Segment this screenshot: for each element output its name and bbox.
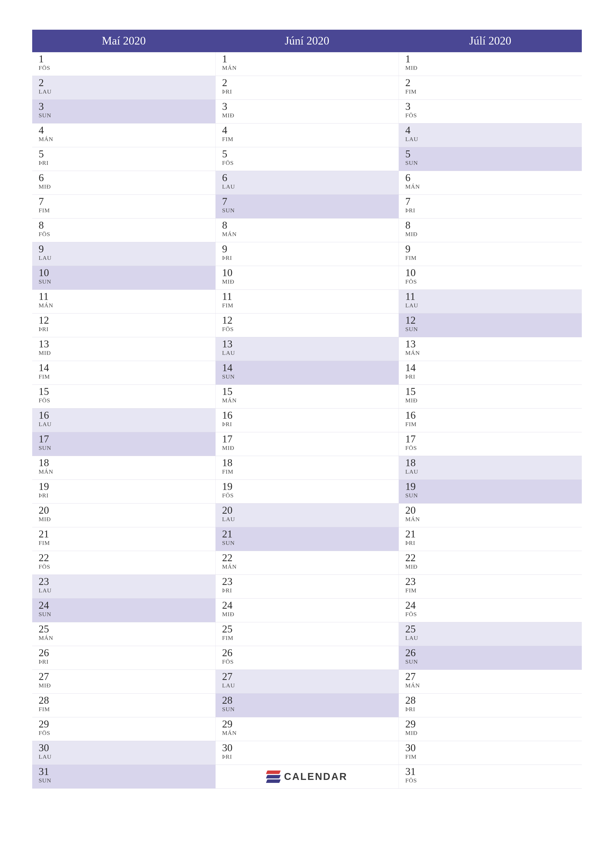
day-cell: 20MÁN [399, 504, 582, 527]
day-number: 2 [405, 78, 582, 88]
day-cell: 2ÞRI [215, 76, 399, 100]
day-number: 14 [39, 363, 215, 373]
day-of-week-label: FIM [405, 88, 582, 95]
day-of-week-label: SUN [405, 659, 582, 665]
days-list: 1MÁN2ÞRI3MIÐ4FIM5FÖS6LAU7SUN8MÁN9ÞRI10MI… [215, 52, 399, 789]
calendar-grid: Maí 20201FÖS2LAU3SUN4MÁN5ÞRI6MIÐ7FIM8FÖS… [32, 30, 582, 789]
day-of-week-label: FÖS [405, 611, 582, 618]
day-of-week-label: MÁN [222, 397, 399, 404]
day-cell: 4LAU [399, 124, 582, 147]
day-cell: 9LAU [32, 242, 215, 266]
day-number: 20 [222, 505, 399, 515]
day-cell: 10FÖS [399, 266, 582, 290]
day-of-week-label: LAU [405, 302, 582, 309]
day-of-week-label: LAU [39, 88, 215, 95]
brand-mark-icon [267, 770, 280, 783]
day-number: 7 [222, 196, 399, 207]
day-of-week-label: ÞRI [222, 88, 399, 95]
day-cell: 23LAU [32, 575, 215, 598]
day-cell: 16FIM [399, 409, 582, 432]
day-of-week-label: MIÐ [39, 682, 215, 689]
day-cell: 4MÁN [32, 124, 215, 147]
day-cell: 26SUN [399, 646, 582, 670]
day-number: 10 [405, 268, 582, 278]
day-cell: 25LAU [399, 622, 582, 646]
day-of-week-label: MÁN [405, 183, 582, 190]
day-number: 6 [39, 172, 215, 183]
day-number: 3 [405, 101, 582, 112]
day-cell: 19ÞRI [32, 480, 215, 504]
day-of-week-label: MÁN [39, 302, 215, 309]
day-number: 19 [405, 481, 582, 491]
day-cell: 29MÁN [215, 717, 399, 741]
day-cell: 14ÞRI [399, 361, 582, 385]
day-of-week-label: LAU [222, 183, 399, 190]
day-number: 11 [39, 291, 215, 302]
day-number: 25 [39, 624, 215, 634]
day-number: 18 [39, 457, 215, 468]
day-number: 20 [39, 505, 215, 515]
day-cell: 30FIM [399, 741, 582, 765]
day-number: 8 [405, 220, 582, 230]
day-of-week-label: FIM [39, 539, 215, 546]
day-number: 23 [222, 576, 399, 587]
day-number: 14 [222, 363, 399, 373]
day-cell: 5ÞRI [32, 147, 215, 171]
day-number: 27 [39, 671, 215, 682]
brand-name: CALENDAR [284, 771, 347, 782]
day-number: 17 [222, 434, 399, 444]
day-cell: 7SUN [215, 195, 399, 219]
month-column: Maí 20201FÖS2LAU3SUN4MÁN5ÞRI6MIÐ7FIM8FÖS… [32, 30, 215, 789]
day-of-week-label: MIÐ [39, 350, 215, 356]
day-of-week-label: ÞRI [222, 421, 399, 428]
day-number: 20 [405, 505, 582, 515]
day-of-week-label: MÁN [39, 635, 215, 641]
day-number: 17 [39, 434, 215, 444]
day-cell: 23FIM [399, 575, 582, 598]
day-number: 30 [222, 742, 399, 753]
day-of-week-label: FIM [222, 136, 399, 143]
day-of-week-label: SUN [222, 539, 399, 546]
day-number: 15 [222, 386, 399, 397]
day-number: 13 [222, 339, 399, 349]
day-cell: 22FÖS [32, 551, 215, 575]
day-of-week-label: MIÐ [405, 730, 582, 736]
day-number: 12 [39, 315, 215, 326]
day-number: 29 [405, 719, 582, 729]
day-number: 16 [39, 410, 215, 420]
day-cell: 25FIM [215, 622, 399, 646]
day-cell: 8FÖS [32, 219, 215, 242]
day-cell: 3SUN [32, 100, 215, 124]
day-of-week-label: FIM [39, 207, 215, 214]
day-of-week-label: ÞRI [39, 160, 215, 166]
day-cell: 17FÖS [399, 432, 582, 456]
day-of-week-label: ÞRI [405, 207, 582, 214]
day-cell: 22MIÐ [399, 551, 582, 575]
day-number: 24 [222, 600, 399, 611]
day-cell: 3FÖS [399, 100, 582, 124]
day-number: 8 [39, 220, 215, 230]
day-cell: 20MIÐ [32, 504, 215, 527]
day-cell: 21SUN [215, 527, 399, 551]
day-of-week-label: ÞRI [222, 587, 399, 594]
day-cell: 30LAU [32, 741, 215, 765]
day-of-week-label: FÖS [405, 278, 582, 285]
day-of-week-label: ÞRI [39, 492, 215, 499]
day-number: 3 [39, 101, 215, 112]
day-number: 9 [222, 244, 399, 254]
day-cell: 5SUN [399, 147, 582, 171]
day-cell: 10SUN [32, 266, 215, 290]
day-number: 19 [222, 481, 399, 491]
day-cell: 26ÞRI [32, 646, 215, 670]
month-column: Júní 20201MÁN2ÞRI3MIÐ4FIM5FÖS6LAU7SUN8MÁ… [215, 30, 399, 789]
day-number: 4 [39, 125, 215, 135]
day-cell: 7ÞRI [399, 195, 582, 219]
day-number: 26 [222, 648, 399, 658]
day-cell: 15MÁN [215, 385, 399, 409]
day-of-week-label: SUN [39, 611, 215, 618]
day-number: 24 [405, 600, 582, 611]
day-number: 10 [39, 268, 215, 278]
day-of-week-label: MIÐ [405, 397, 582, 404]
day-cell: 6MIÐ [32, 171, 215, 195]
day-of-week-label: MÁN [222, 730, 399, 736]
